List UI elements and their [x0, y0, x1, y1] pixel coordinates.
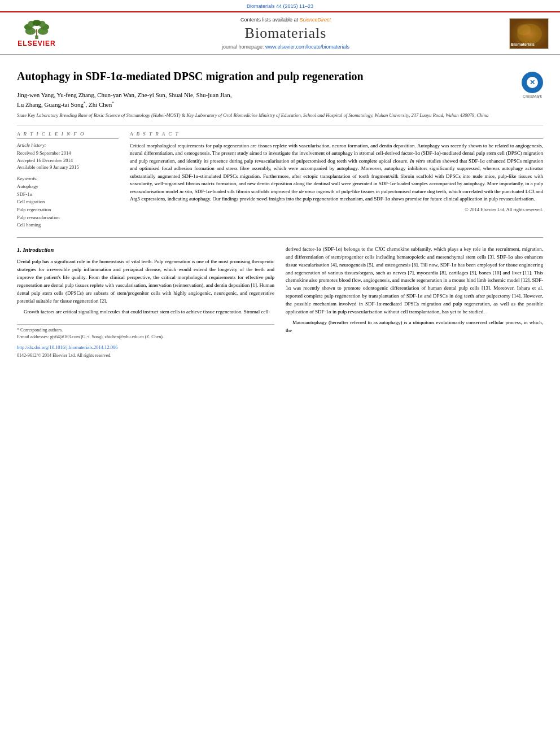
- keyword-pulp-revasc: Pulp revascularization: [17, 214, 119, 222]
- journal-header: ELSEVIER Contents lists available at Sci…: [0, 11, 560, 55]
- accepted-date: Accepted 16 December 2014: [17, 157, 119, 164]
- keywords-label: Keywords:: [17, 176, 119, 181]
- elsevier-logo: ELSEVIER: [11, 20, 62, 47]
- doi-link-container: http://dx.doi.org/10.1016/j.biomaterials…: [17, 344, 274, 352]
- thumbnail-label: Biomaterials: [511, 42, 535, 46]
- article-info-panel: A R T I C L E I N F O Article history: R…: [17, 131, 119, 229]
- citation-line: Biomaterials 44 (2015) 11–23: [0, 0, 560, 11]
- article-title: Autophagy in SDF-1α-mediated DPSC migrat…: [17, 69, 543, 84]
- right-para-2: Macroautophagy (hereafter referred to as…: [286, 319, 543, 335]
- issn-line: 0142-9612/© 2014 Elsevier Ltd. All right…: [17, 352, 274, 359]
- received-date: Received 9 September 2014: [17, 150, 119, 157]
- elsevier-tree-icon: [20, 20, 54, 40]
- article-info-abstract: A R T I C L E I N F O Article history: R…: [17, 131, 543, 229]
- doi-link[interactable]: http://dx.doi.org/10.1016/j.biomaterials…: [17, 344, 118, 350]
- intro-heading: 1. Introduction: [17, 246, 274, 255]
- sciencedirect-line: Contents lists available at ScienceDirec…: [62, 17, 509, 23]
- header-divider: [17, 125, 543, 125]
- journal-thumbnail: Biomaterials: [509, 18, 549, 49]
- keyword-cell-migration: Cell migration: [17, 198, 119, 206]
- article-title-section: ✕ CrossMark Autophagy in SDF-1α-mediated…: [17, 69, 543, 84]
- keywords-list: Autophagy SDF-1α Cell migration Pulp reg…: [17, 183, 119, 229]
- body-content: 1. Introduction Dental pulp has a signif…: [17, 246, 543, 360]
- abstract-panel: A B S T R A C T Critical morphological r…: [130, 131, 543, 229]
- elsevier-text: ELSEVIER: [18, 40, 55, 47]
- main-content: ✕ CrossMark Autophagy in SDF-1α-mediated…: [0, 55, 560, 371]
- email-addresses: E-mail addresses: gts64@163.com (G.-t. S…: [17, 334, 274, 340]
- keyword-autophagy: Autophagy: [17, 183, 119, 191]
- copyright-notice: © 2014 Elsevier Ltd. All rights reserved…: [130, 207, 543, 212]
- article-history-label: Article history:: [17, 142, 119, 148]
- intro-para-1: Dental pulp has a significant role in th…: [17, 258, 274, 305]
- abstract-body: Critical morphological requirements for …: [130, 142, 543, 203]
- footnote-section: * Corresponding authors. E-mail addresse…: [17, 324, 274, 360]
- journal-title: Biomaterials: [62, 25, 509, 42]
- body-col-right: derived factor-1α (SDF-1α) belongs to th…: [286, 246, 543, 360]
- keyword-pulp-regen: Pulp regeneration: [17, 206, 119, 214]
- abstract-heading: A B S T R A C T: [130, 131, 543, 139]
- article-info-heading: A R T I C L E I N F O: [17, 131, 119, 139]
- right-para-1: derived factor-1α (SDF-1α) belongs to th…: [286, 246, 543, 316]
- svg-rect-1: [36, 29, 37, 36]
- header-center: Contents lists available at ScienceDirec…: [62, 17, 509, 50]
- content-divider: [17, 237, 543, 238]
- sciencedirect-link[interactable]: ScienceDirect: [300, 17, 331, 23]
- sciencedirect-prefix: Contents lists available at: [240, 17, 298, 23]
- available-date: Available online 9 January 2015: [17, 164, 119, 171]
- crossmark-badge[interactable]: ✕ CrossMark: [522, 72, 543, 93]
- affiliation: State Key Laboratory Breeding Base of Ba…: [17, 112, 543, 119]
- homepage-link[interactable]: www.elsevier.com/locate/biomaterials: [265, 44, 349, 50]
- keyword-sdf1a: SDF-1α: [17, 191, 119, 199]
- corresponding-authors-label: * Corresponding authors.: [17, 327, 274, 334]
- authors: Jing-wen Yang, Yu-feng Zhang, Chun-yan W…: [17, 90, 543, 109]
- keyword-cell-homing: Cell homing: [17, 221, 119, 229]
- homepage-prefix: journal homepage:: [222, 44, 264, 50]
- intro-para-2: Growth factors are critical signalling m…: [17, 308, 274, 316]
- journal-homepage: journal homepage: www.elsevier.com/locat…: [62, 44, 509, 50]
- body-col-left: 1. Introduction Dental pulp has a signif…: [17, 246, 274, 360]
- svg-point-8: [33, 20, 41, 26]
